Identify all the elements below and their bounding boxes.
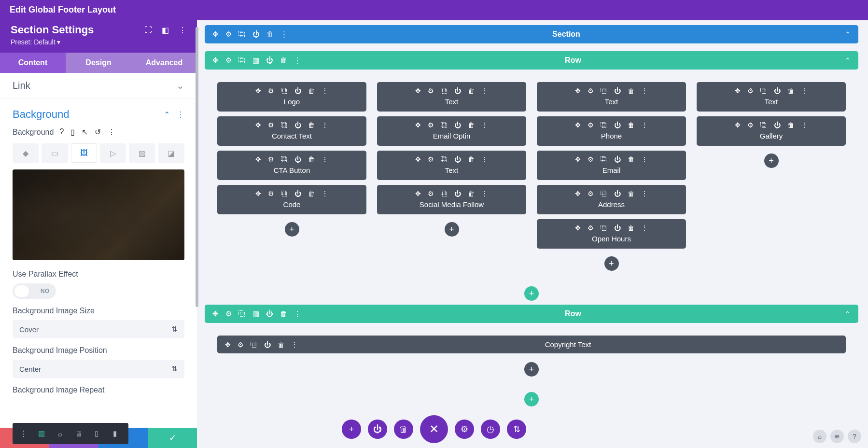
duplicate-icon[interactable]: ⿻ xyxy=(238,309,246,318)
more-icon[interactable]: ⋮ xyxy=(481,155,488,163)
add-row-button[interactable]: + xyxy=(524,392,539,406)
trash-icon[interactable]: 🗑 xyxy=(468,121,475,129)
gear-icon[interactable]: ⚙ xyxy=(238,341,244,349)
trash-icon[interactable]: 🗑 xyxy=(628,190,634,197)
module-block[interactable]: ✥ ⚙ ⿻ ⏻ 🗑 ⋮ Code xyxy=(217,185,366,214)
row-header-bar[interactable]: ✥ ⚙ ⿻ ▥ ⏻ 🗑 ⋮ Row ⌃ xyxy=(205,305,858,323)
close-button[interactable]: ✕ xyxy=(420,415,448,443)
power-icon[interactable]: ⏻ xyxy=(614,190,621,197)
trash-icon[interactable]: 🗑 xyxy=(468,155,475,163)
bg-position-select[interactable]: Center ⇅ xyxy=(13,360,184,378)
move-icon[interactable]: ✥ xyxy=(575,224,581,232)
parallax-toggle[interactable]: NO xyxy=(13,283,56,299)
module-block[interactable]: ✥ ⚙ ⿻ ⏻ 🗑 ⋮ Open Hours xyxy=(537,219,686,249)
chevron-up-icon[interactable]: ⌃ xyxy=(164,110,170,119)
columns-icon[interactable]: ▥ xyxy=(252,56,259,65)
more-icon[interactable]: ⋮ xyxy=(481,190,488,197)
duplicate-icon[interactable]: ⿻ xyxy=(281,190,288,197)
power-icon[interactable]: ⏻ xyxy=(614,155,621,163)
move-icon[interactable]: ✥ xyxy=(255,155,261,163)
duplicate-icon[interactable]: ⿻ xyxy=(760,121,767,129)
trash-icon[interactable]: 🗑 xyxy=(308,87,315,95)
help-icon[interactable]: ? xyxy=(59,127,64,137)
gear-icon[interactable]: ⚙ xyxy=(588,190,594,197)
tab-design[interactable]: Design xyxy=(66,53,131,73)
power-icon[interactable]: ⏻ xyxy=(454,87,461,95)
duplicate-icon[interactable]: ⿻ xyxy=(601,155,607,163)
move-icon[interactable]: ✥ xyxy=(212,30,219,39)
gear-icon[interactable]: ⚙ xyxy=(225,30,232,39)
section-header-bar[interactable]: ✥ ⚙ ⿻ ⏻ 🗑 ⋮ Section ⌃ xyxy=(205,25,858,43)
bg-size-select[interactable]: Cover ⇅ xyxy=(13,320,184,338)
duplicate-icon[interactable]: ⿻ xyxy=(601,190,607,197)
gear-icon[interactable]: ⚙ xyxy=(268,155,274,163)
link-section-toggle[interactable]: Link ⌄ xyxy=(0,73,197,98)
mobile-icon[interactable]: ▮ xyxy=(107,426,123,441)
trash-icon[interactable]: 🗑 xyxy=(308,121,315,129)
wireframe-view-icon[interactable]: ▤ xyxy=(34,426,49,441)
desktop-icon[interactable]: 🖥 xyxy=(70,426,86,441)
move-icon[interactable]: ✥ xyxy=(575,121,581,129)
power-icon[interactable]: ⏻ xyxy=(294,155,301,163)
background-title[interactable]: Background xyxy=(13,108,69,121)
trash-icon[interactable]: 🗑 xyxy=(628,121,634,129)
scrollbar[interactable] xyxy=(196,27,198,307)
expand-icon[interactable]: ⛶ xyxy=(144,26,152,35)
swap-button[interactable]: ⇅ xyxy=(507,420,526,439)
trash-icon[interactable]: 🗑 xyxy=(628,224,634,232)
more-icon[interactable]: ⋮ xyxy=(481,87,488,95)
move-icon[interactable]: ✥ xyxy=(415,87,421,95)
power-icon[interactable]: ⏻ xyxy=(774,87,781,95)
hover-icon[interactable]: ↖ xyxy=(82,127,88,137)
module-block[interactable]: ✥ ⚙ ⿻ ⏻ 🗑 ⋮ Phone xyxy=(537,116,686,146)
move-icon[interactable]: ✥ xyxy=(735,87,741,95)
module-block[interactable]: ✥ ⚙ ⿻ ⏻ 🗑 ⋮ Email Optin xyxy=(377,116,526,146)
move-icon[interactable]: ✥ xyxy=(575,155,581,163)
module-block[interactable]: ✥ ⚙ ⿻ ⏻ 🗑 ⋮ Logo xyxy=(217,82,366,112)
power-icon[interactable]: ⏻ xyxy=(294,87,301,95)
trash-icon[interactable]: 🗑 xyxy=(280,56,287,65)
bg-image-tab[interactable]: 🖼 xyxy=(71,143,97,163)
add-module-button[interactable]: + xyxy=(524,362,539,377)
power-icon[interactable]: ⏻ xyxy=(294,190,301,197)
add-module-button[interactable]: + xyxy=(604,256,619,271)
trash-icon[interactable]: 🗑 xyxy=(266,30,274,39)
settings-button[interactable]: ⚙ xyxy=(455,420,474,439)
more-icon[interactable]: ⋮ xyxy=(177,110,184,119)
gear-icon[interactable]: ⚙ xyxy=(268,121,274,129)
columns-icon[interactable]: ▥ xyxy=(252,309,259,318)
save-button[interactable]: ✓ xyxy=(148,428,197,448)
bg-video-tab[interactable]: ▷ xyxy=(100,143,126,163)
module-block[interactable]: ✥ ⚙ ⿻ ⏻ 🗑 ⋮ Text xyxy=(697,82,846,112)
trash-icon[interactable]: 🗑 xyxy=(628,87,634,95)
more-icon[interactable]: ⋮ xyxy=(641,155,648,163)
module-block[interactable]: ✥ ⚙ ⿻ ⏻ 🗑 ⋮ Text xyxy=(377,82,526,112)
more-icon[interactable]: ⋮ xyxy=(641,224,648,232)
more-icon[interactable]: ⋮ xyxy=(801,121,808,129)
move-icon[interactable]: ✥ xyxy=(415,121,421,129)
duplicate-icon[interactable]: ⿻ xyxy=(441,87,448,95)
power-icon[interactable]: ⏻ xyxy=(266,309,273,318)
gear-icon[interactable]: ⚙ xyxy=(588,224,594,232)
module-block[interactable]: ✥ ⚙ ⿻ ⏻ 🗑 ⋮ Contact Text xyxy=(217,116,366,146)
trash-button[interactable]: 🗑 xyxy=(394,420,413,439)
add-module-button[interactable]: + xyxy=(285,222,299,237)
row-header-bar[interactable]: ✥ ⚙ ⿻ ▥ ⏻ 🗑 ⋮ Row ⌃ xyxy=(205,51,858,70)
move-icon[interactable]: ✥ xyxy=(415,190,421,197)
bg-color-tab[interactable]: ◆ xyxy=(13,143,39,163)
power-icon[interactable]: ⏻ xyxy=(774,121,781,129)
move-icon[interactable]: ✥ xyxy=(225,341,231,349)
more-icon[interactable]: ⋮ xyxy=(641,87,648,95)
duplicate-icon[interactable]: ⿻ xyxy=(441,155,448,163)
gear-icon[interactable]: ⚙ xyxy=(428,155,434,163)
trash-icon[interactable]: 🗑 xyxy=(308,155,315,163)
module-block[interactable]: ✥ ⚙ ⿻ ⏻ 🗑 ⋮ Copyright Text xyxy=(217,336,846,353)
duplicate-icon[interactable]: ⿻ xyxy=(238,56,246,65)
gear-icon[interactable]: ⚙ xyxy=(428,87,434,95)
duplicate-icon[interactable]: ⿻ xyxy=(601,121,607,129)
gear-icon[interactable]: ⚙ xyxy=(747,121,754,129)
module-block[interactable]: ✥ ⚙ ⿻ ⏻ 🗑 ⋮ Gallery xyxy=(697,116,846,146)
preset-dropdown[interactable]: Preset: Default ▾ xyxy=(11,38,186,46)
chevron-up-icon[interactable]: ⌃ xyxy=(845,310,851,318)
gear-icon[interactable]: ⚙ xyxy=(588,87,594,95)
